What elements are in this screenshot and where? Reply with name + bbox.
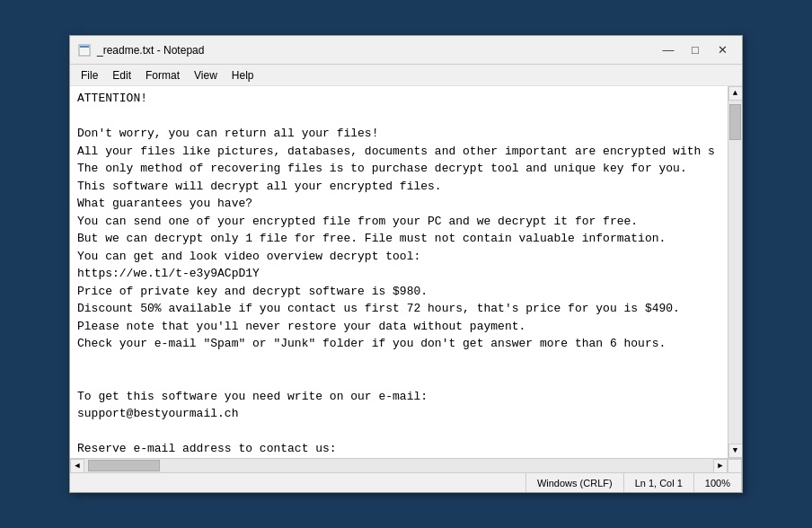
window-title: _readme.txt - Notepad — [97, 44, 656, 57]
menu-edit[interactable]: Edit — [105, 67, 138, 84]
menu-help[interactable]: Help — [225, 67, 261, 84]
window-controls: — □ ✕ — [656, 40, 735, 61]
horizontal-scrollbar[interactable]: ◀ ▶ — [70, 458, 742, 472]
scroll-thumb[interactable] — [729, 104, 741, 140]
scroll-up-arrow[interactable]: ▲ — [728, 86, 743, 101]
status-empty — [70, 473, 526, 492]
title-bar: _readme.txt - Notepad — □ ✕ — [70, 36, 742, 65]
window-icon — [77, 43, 92, 57]
status-bar: Windows (CRLF) Ln 1, Col 1 100% — [70, 472, 742, 492]
menu-format[interactable]: Format — [138, 67, 187, 84]
status-encoding: Windows (CRLF) — [526, 473, 624, 492]
text-editor[interactable] — [70, 86, 728, 458]
scroll-left-arrow[interactable]: ◀ — [70, 459, 84, 473]
maximize-button[interactable]: □ — [683, 40, 708, 61]
minimize-button[interactable]: — — [656, 40, 681, 61]
menu-file[interactable]: File — [74, 67, 105, 84]
scroll-track[interactable] — [728, 101, 742, 444]
notepad-window: _readme.txt - Notepad — □ ✕ File Edit Fo… — [69, 35, 743, 493]
hscroll-thumb[interactable] — [88, 460, 160, 471]
menu-bar: File Edit Format View Help — [70, 65, 742, 86]
close-button[interactable]: ✕ — [710, 40, 735, 61]
menu-view[interactable]: View — [187, 67, 225, 84]
scrollbar-corner — [728, 459, 742, 473]
vertical-scrollbar[interactable]: ▲ ▼ — [728, 86, 742, 458]
scroll-right-arrow[interactable]: ▶ — [713, 459, 728, 473]
scroll-down-arrow[interactable]: ▼ — [728, 444, 743, 458]
hscroll-track[interactable] — [84, 459, 713, 472]
svg-rect-1 — [80, 46, 89, 48]
status-zoom: 100% — [694, 473, 742, 492]
status-position: Ln 1, Col 1 — [624, 473, 694, 492]
content-wrapper: ▲ ▼ — [70, 86, 742, 458]
